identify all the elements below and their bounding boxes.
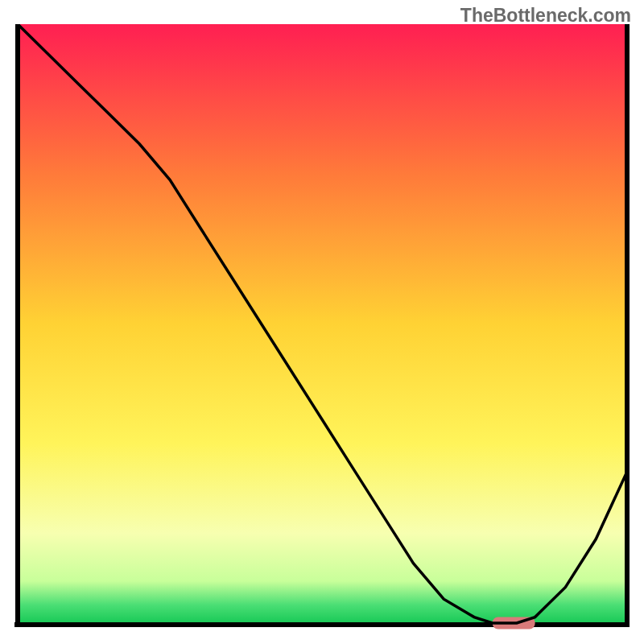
chart-svg (14, 24, 630, 630)
chart-area (14, 24, 630, 630)
watermark-text: TheBottleneck.com (460, 5, 631, 27)
